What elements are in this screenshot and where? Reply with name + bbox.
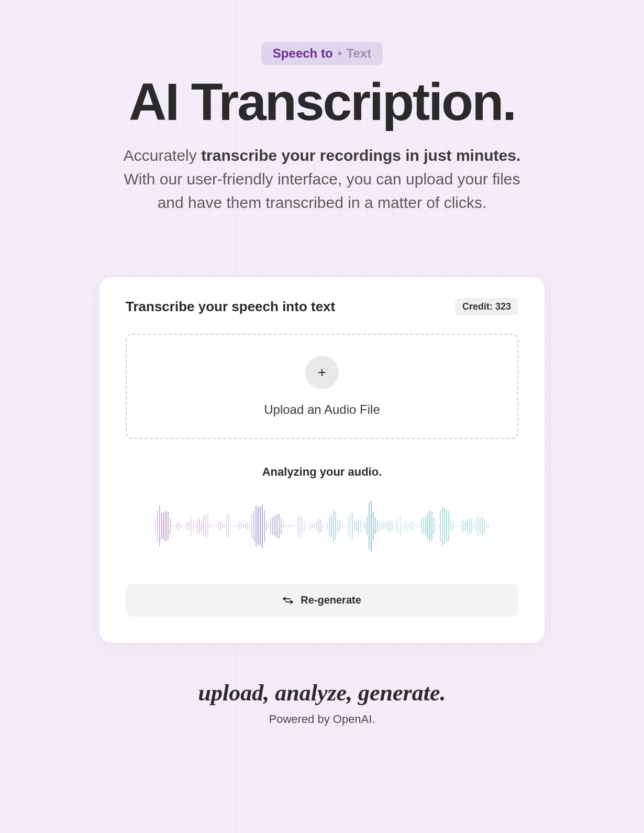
upload-dropzone[interactable]: + Upload an Audio File bbox=[126, 334, 518, 439]
badge-prefix: Speech to bbox=[273, 46, 333, 61]
regenerate-button[interactable]: Re-generate bbox=[126, 584, 518, 617]
footer: upload, analyze, generate. Powered by Op… bbox=[0, 679, 644, 768]
desc-prefix: Accurately bbox=[124, 147, 201, 164]
analyzing-section: Analyzing your audio. bbox=[126, 465, 518, 563]
badge-speech-to-text: Speech to Text bbox=[261, 42, 383, 65]
analyzing-label: Analyzing your audio. bbox=[126, 465, 518, 479]
waveform-visualization bbox=[126, 489, 518, 563]
hero-description: Accurately transcribe your recordings in… bbox=[113, 144, 531, 214]
footer-powered: Powered by OpenAI. bbox=[0, 713, 644, 726]
card-title: Transcribe your speech into text bbox=[126, 299, 335, 315]
card-header: Transcribe your speech into text Credit:… bbox=[126, 298, 518, 315]
hero-section: Speech to Text AI Transcription. Accurat… bbox=[0, 42, 644, 214]
footer-tagline: upload, analyze, generate. bbox=[0, 679, 644, 706]
page-title: AI Transcription. bbox=[21, 75, 623, 128]
dot-separator-icon bbox=[338, 52, 341, 55]
plus-icon: + bbox=[305, 356, 339, 389]
transcription-card: Transcribe your speech into text Credit:… bbox=[99, 277, 545, 643]
upload-label: Upload an Audio File bbox=[148, 402, 496, 417]
desc-suffix: With our user-friendly interface, you ca… bbox=[124, 170, 520, 211]
swap-icon bbox=[283, 596, 293, 605]
regenerate-label: Re-generate bbox=[301, 594, 361, 606]
desc-bold: transcribe your recordings in just minut… bbox=[201, 147, 520, 164]
credit-badge: Credit: 323 bbox=[455, 298, 518, 315]
badge-suffix: Text bbox=[347, 46, 372, 61]
